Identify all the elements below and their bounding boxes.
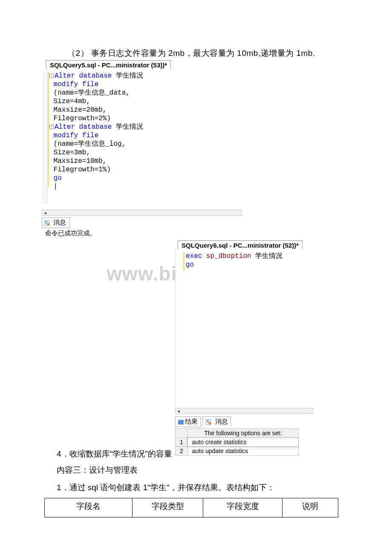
heading-content-3: 内容三：设计与管理表 [57, 465, 138, 476]
svg-rect-6 [207, 422, 209, 422]
paragraph-item-2: （2） 事务日志文件容量为 2mb，最大容量为 10mb,递增量为 1mb. [67, 48, 350, 59]
svg-rect-5 [207, 420, 209, 421]
sql-window-2: SQLQuery6.sql - PC...ministrator (52))* … [175, 240, 326, 456]
horizontal-scrollbar[interactable]: ◄ [42, 210, 242, 216]
cell-value: auto create statistics [187, 438, 298, 447]
code-line: modify file [49, 131, 245, 140]
code-editor-2[interactable]: exec sp_dboption 学生情况 go [175, 249, 326, 406]
message-output: 命令已成功完成。 [45, 229, 245, 237]
sql-tab-1[interactable]: SQLQuery5.sql - PC...ministrator (53))* [46, 60, 171, 69]
code-line: Filegrowth=1%) [49, 165, 245, 174]
sql-tab-2[interactable]: SQLQuery6.sql - PC...ministrator (52))* [178, 240, 303, 250]
code-line: go [49, 174, 245, 182]
code-line: | [49, 182, 245, 191]
code-line: -Alter database 学生情况 [49, 123, 245, 131]
code-line: modify file [49, 80, 245, 89]
horizontal-scrollbar[interactable]: ◄ [175, 408, 313, 414]
messages-tab-2[interactable]: 消息 [202, 416, 231, 427]
fold-minus-icon[interactable]: - [49, 74, 54, 78]
sql-window-1: SQLQuery5.sql - PC...ministrator (53))* … [42, 60, 245, 237]
change-bar [183, 252, 184, 271]
paragraph-item-4: 4．收缩数据库"学生情况"的容量 [57, 448, 172, 460]
code-line: exec sp_dboption 学生情况 [186, 252, 326, 260]
table-row[interactable]: 2 auto update statistics [176, 447, 299, 456]
table-header-width: 字段宽度 [203, 498, 282, 517]
grid-column-header[interactable]: The following options are set: [187, 429, 298, 438]
svg-rect-2 [45, 223, 47, 223]
svg-point-3 [47, 223, 49, 225]
code-line: go [186, 260, 326, 269]
code-line: Filegrowth=2%) [49, 114, 245, 123]
message-icon [205, 419, 211, 425]
code-line: -Alter database 学生情况 [49, 72, 245, 80]
results-grid[interactable]: The following options are set: 1 auto cr… [175, 428, 299, 456]
results-tab[interactable]: 结果 [175, 416, 201, 427]
messages-tab-label: 消息 [53, 219, 66, 226]
row-number: 2 [176, 447, 188, 456]
paragraph-item-1: 1．通过 sql 语句创建表 1"学生"，并保存结果。表结构如下： [57, 482, 275, 493]
table-row[interactable]: 1 auto create statistics [176, 438, 299, 447]
cell-value: auto update statistics [187, 447, 298, 456]
code-line: Maxsize=10mb, [49, 157, 245, 165]
code-line: Size=3mb, [49, 148, 245, 157]
fold-minus-icon[interactable]: - [49, 125, 54, 129]
code-line: (name=学生信息_log, [49, 140, 245, 148]
code-line: Maxsize=20mb, [49, 106, 245, 114]
svg-point-7 [208, 422, 211, 425]
table-row: 字段名 字段类型 字段宽度 说明 [45, 498, 338, 517]
scroll-left-icon[interactable]: ◄ [43, 211, 47, 215]
field-spec-table: 字段名 字段类型 字段宽度 说明 [44, 498, 338, 517]
row-number: 1 [176, 438, 188, 447]
result-tabs-bar: 结果 消息 [175, 416, 326, 427]
table-header-type: 字段类型 [133, 498, 203, 517]
message-icon [44, 220, 50, 226]
code-line: (name=学生信息_data, [49, 89, 245, 97]
table-header-desc: 说明 [282, 498, 338, 517]
grid-header-row: The following options are set: [176, 429, 299, 438]
table-header-name: 字段名 [45, 498, 133, 517]
scroll-left-icon[interactable]: ◄ [176, 409, 181, 413]
code-line: Size=4mb, [49, 97, 245, 106]
grid-icon [178, 420, 184, 425]
code-editor-1[interactable]: -Alter database 学生情况 modify file (name=学… [42, 69, 245, 210]
messages-tab[interactable]: 消息 [42, 217, 70, 228]
svg-rect-1 [45, 221, 47, 222]
grid-corner [176, 429, 188, 438]
